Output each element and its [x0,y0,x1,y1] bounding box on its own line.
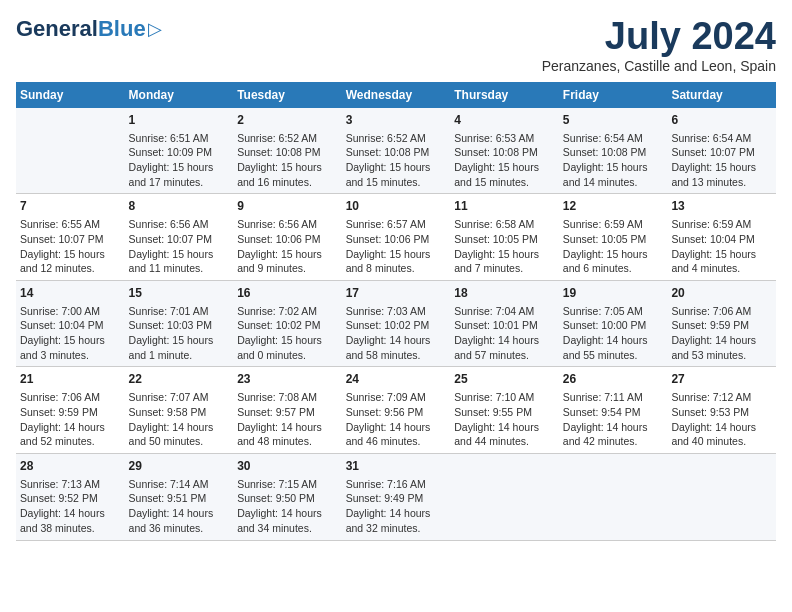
day-info: Daylight: 14 hours [129,506,230,521]
day-number: 31 [346,458,447,475]
calendar-cell: 3Sunrise: 6:52 AMSunset: 10:08 PMDayligh… [342,108,451,194]
day-info: Sunrise: 6:52 AM [237,131,338,146]
day-info: and 12 minutes. [20,261,121,276]
day-info: Sunrise: 7:07 AM [129,390,230,405]
day-info: Sunrise: 7:02 AM [237,304,338,319]
day-info: and 13 minutes. [671,175,772,190]
day-info: Sunset: 9:59 PM [671,318,772,333]
day-info: and 4 minutes. [671,261,772,276]
day-info: and 57 minutes. [454,348,555,363]
calendar-cell: 18Sunrise: 7:04 AMSunset: 10:01 PMDaylig… [450,280,559,367]
day-info: Daylight: 15 hours [20,333,121,348]
calendar-cell: 24Sunrise: 7:09 AMSunset: 9:56 PMDayligh… [342,367,451,454]
calendar-table: SundayMondayTuesdayWednesdayThursdayFrid… [16,82,776,541]
day-info: Daylight: 14 hours [20,506,121,521]
day-info: Sunset: 9:57 PM [237,405,338,420]
day-info: Sunset: 10:05 PM [563,232,664,247]
day-info: Daylight: 14 hours [563,333,664,348]
calendar-cell: 5Sunrise: 6:54 AMSunset: 10:08 PMDayligh… [559,108,668,194]
column-header-sunday: Sunday [16,82,125,108]
week-row-3: 14Sunrise: 7:00 AMSunset: 10:04 PMDaylig… [16,280,776,367]
day-info: Sunrise: 6:59 AM [671,217,772,232]
day-info: Sunrise: 7:11 AM [563,390,664,405]
day-info: Sunset: 10:08 PM [454,145,555,160]
day-number: 28 [20,458,121,475]
day-number: 8 [129,198,230,215]
day-info: Sunrise: 6:53 AM [454,131,555,146]
day-info: Sunrise: 7:01 AM [129,304,230,319]
day-info: Daylight: 15 hours [237,333,338,348]
calendar-cell: 13Sunrise: 6:59 AMSunset: 10:04 PMDaylig… [667,194,776,281]
day-number: 19 [563,285,664,302]
day-info: and 11 minutes. [129,261,230,276]
day-info: and 32 minutes. [346,521,447,536]
day-number: 17 [346,285,447,302]
day-info: and 46 minutes. [346,434,447,449]
calendar-cell: 25Sunrise: 7:10 AMSunset: 9:55 PMDayligh… [450,367,559,454]
day-info: and 15 minutes. [454,175,555,190]
day-info: Daylight: 14 hours [346,506,447,521]
day-number: 24 [346,371,447,388]
day-info: Daylight: 14 hours [237,506,338,521]
logo-general: General [16,16,98,42]
day-info: and 6 minutes. [563,261,664,276]
day-info: Daylight: 15 hours [129,160,230,175]
calendar-cell: 17Sunrise: 7:03 AMSunset: 10:02 PMDaylig… [342,280,451,367]
day-info: Sunset: 10:02 PM [346,318,447,333]
day-info: and 3 minutes. [20,348,121,363]
calendar-cell: 12Sunrise: 6:59 AMSunset: 10:05 PMDaylig… [559,194,668,281]
day-number: 26 [563,371,664,388]
day-info: and 7 minutes. [454,261,555,276]
day-info: Sunrise: 7:09 AM [346,390,447,405]
day-number: 11 [454,198,555,215]
calendar-cell: 4Sunrise: 6:53 AMSunset: 10:08 PMDayligh… [450,108,559,194]
day-info: and 42 minutes. [563,434,664,449]
day-info: Sunset: 9:53 PM [671,405,772,420]
day-number: 7 [20,198,121,215]
day-info: Sunrise: 7:08 AM [237,390,338,405]
calendar-cell: 20Sunrise: 7:06 AMSunset: 9:59 PMDayligh… [667,280,776,367]
day-info: Sunrise: 7:03 AM [346,304,447,319]
day-info: Sunrise: 7:06 AM [671,304,772,319]
day-info: Sunset: 10:08 PM [237,145,338,160]
column-header-thursday: Thursday [450,82,559,108]
day-number: 23 [237,371,338,388]
calendar-cell: 21Sunrise: 7:06 AMSunset: 9:59 PMDayligh… [16,367,125,454]
day-info: Sunrise: 7:16 AM [346,477,447,492]
day-info: Sunrise: 7:00 AM [20,304,121,319]
day-number: 15 [129,285,230,302]
calendar-cell: 16Sunrise: 7:02 AMSunset: 10:02 PMDaylig… [233,280,342,367]
calendar-cell: 28Sunrise: 7:13 AMSunset: 9:52 PMDayligh… [16,453,125,540]
day-info: and 48 minutes. [237,434,338,449]
calendar-cell: 23Sunrise: 7:08 AMSunset: 9:57 PMDayligh… [233,367,342,454]
day-number: 4 [454,112,555,129]
day-info: and 38 minutes. [20,521,121,536]
calendar-cell: 26Sunrise: 7:11 AMSunset: 9:54 PMDayligh… [559,367,668,454]
day-info: and 16 minutes. [237,175,338,190]
day-info: Sunset: 10:07 PM [129,232,230,247]
day-info: and 52 minutes. [20,434,121,449]
day-info: Sunset: 10:07 PM [671,145,772,160]
day-info: Daylight: 15 hours [671,247,772,262]
day-info: and 15 minutes. [346,175,447,190]
calendar-cell: 6Sunrise: 6:54 AMSunset: 10:07 PMDayligh… [667,108,776,194]
day-info: Daylight: 14 hours [346,333,447,348]
day-number: 1 [129,112,230,129]
day-info: Sunset: 9:49 PM [346,491,447,506]
day-number: 3 [346,112,447,129]
day-info: Sunset: 10:02 PM [237,318,338,333]
day-info: and 9 minutes. [237,261,338,276]
calendar-cell: 29Sunrise: 7:14 AMSunset: 9:51 PMDayligh… [125,453,234,540]
day-number: 5 [563,112,664,129]
day-info: Daylight: 15 hours [237,160,338,175]
day-info: Sunrise: 6:55 AM [20,217,121,232]
calendar-cell: 14Sunrise: 7:00 AMSunset: 10:04 PMDaylig… [16,280,125,367]
day-info: Daylight: 14 hours [563,420,664,435]
day-info: Sunrise: 7:15 AM [237,477,338,492]
day-info: Sunset: 9:55 PM [454,405,555,420]
day-info: Daylight: 14 hours [671,333,772,348]
day-info: Daylight: 15 hours [563,247,664,262]
logo: General Blue ▷ [16,16,162,42]
day-info: Sunset: 10:03 PM [129,318,230,333]
day-info: and 55 minutes. [563,348,664,363]
